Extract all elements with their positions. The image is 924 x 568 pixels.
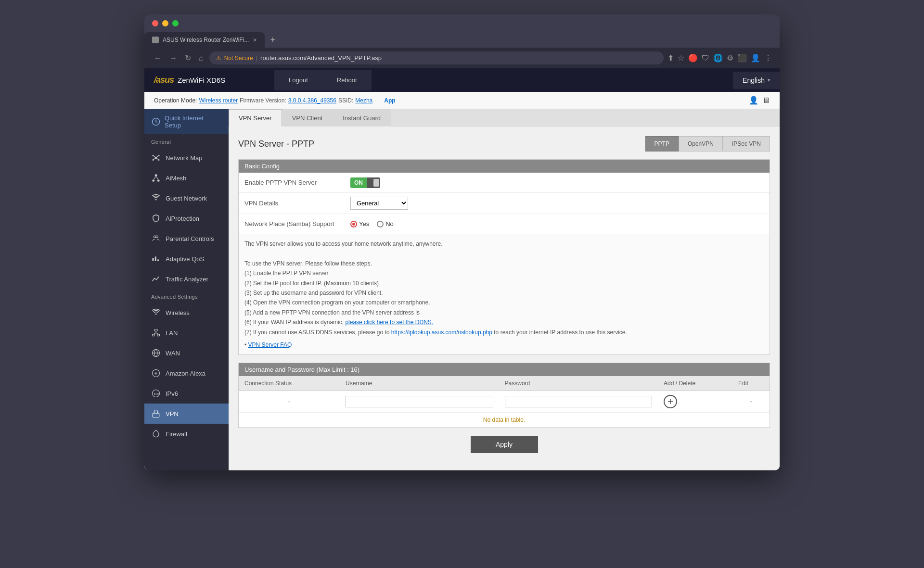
sidebar-item-ipv6[interactable]: IPv6 IPv6 [144,383,229,404]
sidebar-item-aimesh[interactable]: AiMesh [144,168,229,188]
browser-titlebar [144,14,780,32]
tab-vpn-client[interactable]: VPN Client [282,109,333,126]
language-selector[interactable]: English ▾ [733,72,780,89]
vpn-details-select[interactable]: General Advanced [350,197,408,210]
parental-controls-icon [151,234,161,243]
bookmark-icon[interactable]: ☆ [678,53,684,63]
sidebar-item-aiprotection[interactable]: AiProtection [144,208,229,228]
password-input[interactable] [505,396,652,407]
sidebar-item-network-map[interactable]: Network Map [144,148,229,168]
general-section-label: General [144,134,229,148]
extension-icon-4[interactable]: ⚙ [727,53,733,63]
ddns-link[interactable]: please click here to set the DDNS. [345,319,433,326]
logout-button[interactable]: Logout [274,70,322,90]
svg-line-6 [153,156,156,158]
network-place-yes-option[interactable]: Yes [350,220,369,227]
vpn-details-control: General Advanced [350,197,408,210]
svg-line-23 [154,333,156,334]
network-place-row: Network Place (Samba) Support Yes [239,214,770,234]
extensions-button[interactable]: ⬛ [737,53,747,63]
extension-icon-2[interactable]: 🛡 [702,54,709,63]
sidebar-item-guest-network[interactable]: Guest Network [144,188,229,208]
wan-icon [151,348,161,358]
maximize-window-button[interactable] [172,20,179,26]
no-data-message: No data in table. [239,413,770,428]
firmware-version[interactable]: 3.0.0.4.386_49356 [288,97,336,104]
sidebar-item-traffic-analyzer[interactable]: Traffic Analyzer [144,269,229,289]
enable-toggle[interactable]: ON [350,177,380,188]
app-link[interactable]: App [384,97,395,104]
sidebar-item-vpn[interactable]: VPN [144,404,229,424]
sidebar-item-amazon-alexa[interactable]: Amazon Alexa [144,363,229,383]
sidebar-item-firewall[interactable]: Firewall [144,424,229,444]
extension-icon-3[interactable]: 🌐 [713,53,723,63]
asus-logo-area: /asus ZenWiFi XD6S [144,68,255,92]
address-bar[interactable]: ⚠ Not Secure | router.asus.com/Advanced_… [209,51,664,64]
back-button[interactable]: ← [152,52,164,64]
traffic-analyzer-icon [151,274,161,284]
minimize-window-button[interactable] [162,20,168,26]
radio-yes-label: Yes [359,220,369,227]
svg-line-9 [156,158,159,160]
add-credential-button[interactable]: + [664,395,677,408]
traffic-lights [152,20,179,26]
credentials-header: Username and Password (Max Limit : 16) [239,363,770,376]
reboot-button[interactable]: Reboot [322,70,372,90]
edit-minus-cell[interactable]: - [732,391,770,413]
enable-pptp-label: Enable PPTP VPN Server [244,179,350,186]
adaptive-qos-icon [151,254,161,264]
tab-close-button[interactable]: × [253,36,257,44]
apply-button[interactable]: Apply [471,436,538,453]
profile-icon[interactable]: 👤 [751,53,760,63]
svg-line-24 [156,333,158,334]
address-bar-row: ← → ↻ ⌂ ⚠ Not Secure | router.asus.com/A… [144,48,780,68]
svg-point-18 [155,314,157,315]
language-dropdown-arrow: ▾ [768,77,770,83]
svg-rect-11 [153,180,155,182]
username-input[interactable] [346,396,493,407]
router-header: /asus ZenWiFi XD6S Logout Reboot English… [144,68,780,92]
vpn-title-row: VPN Server - PPTP PPTP OpenVPN IPSec VPN [238,136,770,151]
vpn-icon [151,409,161,418]
iplookup-link[interactable]: https://iplookup.asus.com/nslookup.php [391,329,492,336]
sidebar-item-parental-controls[interactable]: Parental Controls [144,228,229,249]
aiprotection-label: AiProtection [166,215,199,222]
svg-rect-20 [153,334,155,336]
router-model: ZenWiFi XD6S [178,76,225,84]
network-place-no-option[interactable]: No [377,220,394,227]
new-tab-button[interactable]: + [267,33,280,47]
ssid-value[interactable]: Mezha [355,97,372,104]
firewall-icon [151,429,161,439]
vpn-faq-link[interactable]: VPN Server FAQ [248,341,292,348]
menu-button[interactable]: ⋮ [764,53,772,63]
aimesh-icon [151,173,161,183]
browser-tab[interactable]: ASUS Wireless Router ZenWiFi... × [144,32,265,48]
toggle-slider[interactable] [367,177,380,188]
radio-no-dot [377,221,384,227]
share-icon[interactable]: ⬆ [667,53,674,63]
home-button[interactable]: ⌂ [197,52,205,64]
credentials-table: Connection Status Username Password Add … [239,376,770,428]
close-window-button[interactable] [152,20,158,26]
enable-pptp-control: ON [350,177,380,188]
extension-icon-1[interactable]: 🔴 [688,53,698,63]
pptp-button[interactable]: PPTP [645,136,679,151]
tab-bar: ASUS Wireless Router ZenWiFi... × + [144,32,780,48]
sidebar-item-wireless[interactable]: Wireless [144,303,229,323]
sidebar-item-lan[interactable]: LAN [144,323,229,343]
aiprotection-icon [151,214,161,223]
ipsec-button[interactable]: IPSec VPN [723,136,770,151]
operation-mode-value[interactable]: Wireless router [199,97,238,104]
svg-point-15 [155,199,157,201]
sidebar-item-quick-setup[interactable]: Quick InternetSetup [144,109,229,134]
openvpn-button[interactable]: OpenVPN [679,136,723,151]
sidebar: Quick InternetSetup General Network Map … [144,109,229,470]
reload-button[interactable]: ↻ [183,51,193,64]
tab-vpn-server[interactable]: VPN Server [229,109,282,126]
sidebar-item-wan[interactable]: WAN [144,343,229,363]
aimesh-label: AiMesh [166,175,186,182]
tab-instant-guard[interactable]: Instant Guard [333,109,391,126]
sidebar-item-adaptive-qos[interactable]: Adaptive QoS [144,249,229,269]
forward-button[interactable]: → [167,52,179,64]
network-map-icon [151,153,161,163]
